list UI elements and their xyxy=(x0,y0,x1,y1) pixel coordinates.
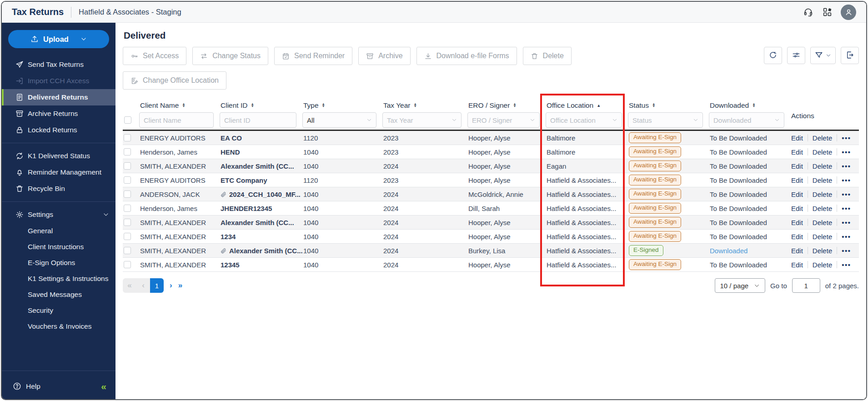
delete-button[interactable]: Delete xyxy=(523,47,572,65)
column-header-ero-signer[interactable]: ERO / Signer▲▼ xyxy=(467,101,546,112)
row-checkbox[interactable] xyxy=(123,162,139,170)
edit-link[interactable]: Edit xyxy=(791,134,803,142)
row-checkbox[interactable] xyxy=(123,134,139,141)
filter-select-downloaded[interactable]: Downloaded xyxy=(709,112,784,128)
row-checkbox[interactable] xyxy=(123,247,139,254)
more-actions-button[interactable]: ••• xyxy=(842,261,851,269)
user-avatar[interactable] xyxy=(841,5,856,20)
more-actions-button[interactable]: ••• xyxy=(842,162,851,170)
sidebar-item-reminder-management[interactable]: Reminder Management xyxy=(2,164,115,180)
filter-input-client-name[interactable] xyxy=(139,112,214,128)
sort-icon[interactable]: ▲▼ xyxy=(513,103,516,107)
column-header-client-name[interactable]: Client Name▲▼ xyxy=(139,101,220,112)
last-page-button[interactable]: » xyxy=(178,281,182,290)
edit-link[interactable]: Edit xyxy=(791,219,803,226)
delete-link[interactable]: Delete xyxy=(813,219,832,226)
row-checkbox[interactable] xyxy=(123,261,139,268)
chevron-down-icon[interactable] xyxy=(80,36,87,42)
headset-icon[interactable] xyxy=(803,7,813,18)
delete-link[interactable]: Delete xyxy=(813,148,832,156)
more-actions-button[interactable]: ••• xyxy=(842,190,851,198)
column-header-type[interactable]: Type▲▼ xyxy=(302,101,382,112)
column-header-status[interactable]: Status▲▼ xyxy=(628,101,709,112)
sidebar-item-help[interactable]: Help « xyxy=(2,376,115,399)
apps-icon[interactable] xyxy=(822,7,833,18)
sort-icon[interactable]: ▲▼ xyxy=(322,103,325,107)
change-office-location-button[interactable]: Change Office Location xyxy=(123,71,226,90)
sidebar-item-locked-returns[interactable]: Locked Returns xyxy=(2,122,115,138)
column-header-client-id[interactable]: Client ID▲▼ xyxy=(220,101,302,112)
delete-link[interactable]: Delete xyxy=(813,247,832,255)
chevron-down-icon[interactable] xyxy=(103,211,109,218)
table-settings-button[interactable] xyxy=(787,47,805,64)
sidebar-collapse-icon[interactable]: « xyxy=(101,381,106,391)
edit-link[interactable]: Edit xyxy=(791,247,803,255)
filter-select-tax-year[interactable]: Tax Year xyxy=(382,112,462,128)
send-reminder-button[interactable]: Send Reminder xyxy=(274,47,352,65)
refresh-button[interactable] xyxy=(764,47,782,64)
sidebar-subitem-client-instructions[interactable]: Client Instructions xyxy=(2,239,115,255)
more-actions-button[interactable]: ••• xyxy=(842,233,851,241)
archive-button[interactable]: Archive xyxy=(358,47,410,65)
row-checkbox[interactable] xyxy=(123,176,139,184)
sort-icon[interactable]: ▲▼ xyxy=(413,103,416,107)
goto-page-input[interactable] xyxy=(792,278,820,293)
export-button[interactable] xyxy=(841,47,859,64)
change-status-button[interactable]: Change Status xyxy=(192,47,268,65)
sidebar-subitem-saved-messages[interactable]: Saved Messages xyxy=(2,286,115,302)
sidebar-item-send-tax-returns[interactable]: Send Tax Returns xyxy=(2,56,115,73)
next-page-button[interactable]: › xyxy=(170,281,172,290)
row-checkbox[interactable] xyxy=(123,148,139,155)
row-checkbox[interactable] xyxy=(123,205,139,212)
edit-link[interactable]: Edit xyxy=(791,233,803,241)
delete-link[interactable]: Delete xyxy=(813,134,832,142)
sort-icon[interactable]: ▲▼ xyxy=(182,103,185,107)
cell-downloaded[interactable]: Downloaded xyxy=(709,247,790,255)
edit-link[interactable]: Edit xyxy=(791,205,803,212)
sidebar-item-archive-returns[interactable]: Archive Returns xyxy=(2,105,115,122)
edit-link[interactable]: Edit xyxy=(791,162,803,170)
sidebar-subitem-k1-settings-instructions[interactable]: K1 Settings & Instructions xyxy=(2,271,115,286)
current-page-button[interactable]: 1 xyxy=(150,278,164,293)
delete-link[interactable]: Delete xyxy=(813,233,832,241)
first-page-button[interactable]: « xyxy=(123,278,136,293)
delete-link[interactable]: Delete xyxy=(813,190,832,198)
filter-button[interactable] xyxy=(810,47,836,64)
more-actions-button[interactable]: ••• xyxy=(842,219,851,226)
more-actions-button[interactable]: ••• xyxy=(842,176,851,184)
sort-icon[interactable]: ▲▼ xyxy=(752,103,755,107)
edit-link[interactable]: Edit xyxy=(791,148,803,156)
more-actions-button[interactable]: ••• xyxy=(842,148,851,156)
row-checkbox[interactable] xyxy=(123,219,139,226)
sidebar-subitem-general[interactable]: General xyxy=(2,223,115,239)
delete-link[interactable]: Delete xyxy=(813,176,832,184)
sort-asc-icon[interactable]: ▲ xyxy=(597,104,601,108)
filter-select-type[interactable]: All xyxy=(302,112,376,128)
set-access-button[interactable]: Set Access xyxy=(123,47,186,65)
filter-select-office-location[interactable]: Office Location xyxy=(546,112,622,128)
delete-link[interactable]: Delete xyxy=(813,162,832,170)
sidebar-item-delivered-returns[interactable]: Delivered Returns xyxy=(2,89,115,105)
column-header-office-location[interactable]: Office Location▲ xyxy=(546,101,628,112)
prev-page-button[interactable]: ‹ xyxy=(136,278,150,293)
sidebar-item-recycle-bin[interactable]: Recycle Bin xyxy=(2,180,115,197)
sort-icon[interactable]: ▲▼ xyxy=(652,103,655,107)
edit-link[interactable]: Edit xyxy=(791,190,803,198)
filter-select-ero-signer[interactable]: ERO / Signer xyxy=(467,112,540,128)
row-checkbox[interactable] xyxy=(123,190,139,198)
more-actions-button[interactable]: ••• xyxy=(842,134,851,142)
sidebar-subitem-security[interactable]: Security xyxy=(2,302,115,318)
more-actions-button[interactable]: ••• xyxy=(842,205,851,212)
sort-icon[interactable]: ▲▼ xyxy=(251,103,254,107)
upload-button[interactable]: Upload xyxy=(8,30,109,48)
more-actions-button[interactable]: ••• xyxy=(842,247,851,255)
page-size-select[interactable]: 10 / page xyxy=(715,278,766,293)
filter-input-client-id[interactable] xyxy=(220,112,296,128)
delete-link[interactable]: Delete xyxy=(813,261,832,269)
select-all-checkbox[interactable] xyxy=(123,116,139,124)
edit-link[interactable]: Edit xyxy=(791,261,803,269)
filter-select-status[interactable]: Status xyxy=(628,112,703,128)
edit-link[interactable]: Edit xyxy=(791,176,803,184)
delete-link[interactable]: Delete xyxy=(813,205,832,212)
sidebar-item-settings[interactable]: Settings xyxy=(2,206,115,223)
